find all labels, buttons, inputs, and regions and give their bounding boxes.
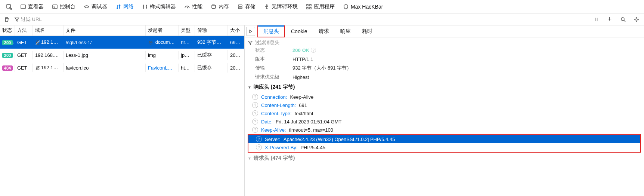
initiator-icon [148, 40, 153, 45]
summary-transfer-label: 传输 [255, 65, 292, 71]
cell-transfer: 已缓存 [195, 50, 228, 60]
column-size[interactable]: 大小 [228, 25, 244, 36]
pause-button[interactable] [591, 14, 601, 25]
svg-point-11 [621, 18, 624, 21]
chevron-down-icon: ▼ [248, 156, 251, 160]
cell-file: Less-1.jpg [64, 51, 146, 59]
svg-rect-1 [21, 5, 25, 9]
svg-rect-3 [212, 5, 216, 8]
tab-style-editor[interactable]: 样式编辑器 [138, 2, 180, 12]
cell-size: 20… [228, 64, 244, 72]
insecure-icon [35, 65, 40, 71]
tab-cookie[interactable]: Cookie [286, 27, 313, 36]
status-badge: 200 [2, 40, 13, 45]
cell-type: ht… [179, 38, 195, 47]
cell-domain: 192.1… [33, 63, 64, 72]
tab-response[interactable]: 响应 [335, 26, 356, 37]
header-row[interactable]: ?Content-Length:691 [245, 101, 644, 109]
summary-transfer-value: 932 字节（大小 691 字节） [292, 65, 352, 71]
summary-priority-label: 请求优先级 [255, 74, 292, 80]
tab-performance[interactable]: 性能 [180, 2, 206, 12]
summary-version-row: 版本 HTTP/1.1 [245, 55, 644, 64]
tab-accessibility[interactable]: 无障碍环境 [260, 2, 301, 12]
tab-debugger[interactable]: 调试器 [80, 2, 111, 12]
table-row[interactable]: 200GET192.168.…Less-1.jpgimgjp…已缓存20… [0, 49, 244, 61]
svg-rect-4 [238, 5, 242, 6]
url-filter-input[interactable]: 过滤 URL [14, 16, 42, 23]
help-icon[interactable]: ? [252, 127, 258, 133]
help-icon[interactable]: ? [252, 119, 258, 125]
header-row[interactable]: ?Date:Fri, 14 Jul 2023 01:51:04 GMT [245, 117, 644, 126]
tab-network-label: 网络 [123, 3, 134, 10]
column-type[interactable]: 类型 [179, 25, 195, 36]
clear-button[interactable] [2, 15, 11, 24]
table-row[interactable]: 404GET192.1…favicon.icoFaviconL…ht…已缓存20… [0, 61, 244, 74]
column-transfer[interactable]: 传输 [195, 25, 228, 36]
summary-priority-row: 请求优先级 Highest [245, 73, 644, 82]
column-initiator[interactable]: 发起者 [146, 25, 179, 36]
add-button[interactable]: + [604, 14, 615, 25]
tab-timing[interactable]: 耗时 [357, 26, 378, 37]
cell-method: GET [15, 38, 33, 47]
svg-rect-8 [310, 4, 311, 6]
svg-point-6 [266, 4, 267, 6]
column-status[interactable]: 状态 [0, 25, 15, 36]
svg-point-12 [636, 19, 637, 20]
tab-network[interactable]: 网络 [112, 2, 137, 12]
picker-button[interactable] [2, 2, 16, 11]
url-filter-placeholder: 过滤 URL [21, 16, 42, 23]
toggle-raw-button[interactable] [246, 27, 255, 36]
cell-initiator: img [146, 51, 179, 59]
header-value: text/html [295, 111, 313, 116]
header-row[interactable]: ?X-Powered-By:PHP/5.4.45 [248, 143, 640, 151]
cell-method: GET [15, 51, 33, 59]
header-value: Fri, 14 Jul 2023 01:51:04 GMT [276, 119, 341, 125]
help-icon[interactable]: ? [252, 102, 258, 108]
svg-rect-5 [238, 7, 242, 9]
response-headers-list: ?Connection:Keep-Alive?Content-Length:69… [245, 93, 644, 134]
tab-storage[interactable]: 存储 [233, 2, 259, 12]
tab-application-label: 应用程序 [314, 3, 335, 10]
tab-application[interactable]: 应用程序 [302, 2, 338, 12]
header-name: Server: [265, 137, 281, 142]
column-method[interactable]: 方法 [15, 25, 33, 36]
search-button[interactable] [618, 14, 628, 25]
headers-view: 状态 200OK? 版本 HTTP/1.1 传输 932 字节（大小 691 字… [245, 48, 644, 196]
headers-filter-placeholder[interactable]: 过滤消息头 [255, 39, 279, 46]
cell-size: 69… [228, 38, 244, 47]
column-domain[interactable]: 域名 [33, 25, 64, 36]
request-headers-section[interactable]: ▼ 请求头 (474 字节) [245, 153, 644, 164]
column-file[interactable]: 文件 [64, 25, 146, 36]
cell-initiator: FaviconL… [146, 64, 179, 72]
details-tabs: 消息头 Cookie 请求 响应 耗时 [245, 25, 644, 37]
settings-button[interactable] [631, 14, 642, 25]
tab-inspector[interactable]: 查看器 [16, 2, 47, 12]
svg-rect-7 [307, 4, 308, 6]
header-row[interactable]: ?Keep-Alive:timeout=5, max=100 [245, 126, 644, 134]
summary-status-row: 状态 200OK? [245, 48, 644, 55]
response-headers-title: 响应头 (241 字节) [254, 84, 295, 91]
header-value: Keep-Alive [290, 94, 313, 100]
tab-hackbar-label: Max HacKBar [351, 4, 383, 10]
help-icon[interactable]: ? [256, 136, 262, 142]
header-name: Content-Length: [261, 102, 296, 108]
tab-headers[interactable]: 消息头 [257, 25, 285, 37]
cell-transfer: 932 字节… [195, 37, 228, 47]
tab-memory[interactable]: 内存 [207, 2, 233, 12]
help-icon[interactable]: ? [256, 144, 262, 150]
header-row[interactable]: ?Content-Type:text/html [245, 109, 644, 117]
response-headers-section[interactable]: ▼ 响应头 (241 字节) [245, 82, 644, 93]
highlighted-headers-box: ?Server:Apache/2.4.23 (Win32) OpenSSL/1.… [248, 134, 641, 153]
tab-style-editor-label: 样式编辑器 [150, 3, 176, 10]
header-row[interactable]: ?Server:Apache/2.4.23 (Win32) OpenSSL/1.… [248, 135, 640, 143]
help-icon[interactable]: ? [311, 48, 316, 53]
tab-hackbar[interactable]: Max HacKBar [339, 2, 387, 11]
header-row[interactable]: ?Connection:Keep-Alive [245, 93, 644, 101]
tab-console[interactable]: 控制台 [48, 2, 79, 12]
help-icon[interactable]: ? [252, 94, 258, 100]
tab-request[interactable]: 请求 [313, 26, 334, 37]
table-row[interactable]: 200GET192.1…/sqli/Less-1/ documentht…932… [0, 36, 244, 49]
help-icon[interactable]: ? [252, 110, 258, 116]
status-badge: 404 [2, 65, 13, 71]
tab-console-label: 控制台 [60, 3, 75, 10]
